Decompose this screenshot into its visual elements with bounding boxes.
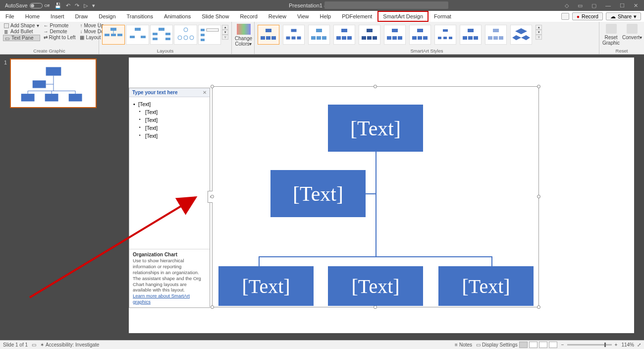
tab-record[interactable]: Record xyxy=(234,11,263,22)
text-pane-list[interactable]: [Text] [Text] [Text] [Text] [Text] xyxy=(129,97,210,143)
language-indicator[interactable]: ▭ xyxy=(32,342,36,348)
slide-thumbnails-pane[interactable]: 1 xyxy=(0,55,104,340)
ribbon-display-icon[interactable]: ▭ xyxy=(578,2,583,9)
tab-slide-show[interactable]: Slide Show xyxy=(196,11,234,22)
text-pane-item[interactable]: [Text] xyxy=(138,100,207,108)
comments-icon[interactable] xyxy=(561,13,569,20)
start-slideshow-icon[interactable]: ▷ xyxy=(84,2,88,9)
layout-option-4[interactable] xyxy=(174,25,197,45)
cmd-convert[interactable]: Convert▾ xyxy=(622,23,642,40)
style-option-6[interactable] xyxy=(384,25,406,45)
svg-rect-6 xyxy=(135,28,141,31)
redo-icon[interactable]: ↷ xyxy=(75,2,79,9)
record-button[interactable]: ●Record xyxy=(572,12,603,20)
view-normal-icon[interactable] xyxy=(519,342,528,348)
tab-animations[interactable]: Animations xyxy=(159,11,196,22)
style-option-2[interactable] xyxy=(283,25,305,45)
style-option-11[interactable] xyxy=(510,25,532,45)
style-option-1[interactable] xyxy=(258,25,279,45)
style-option-5[interactable] xyxy=(359,25,380,45)
cmd-reset-graphic[interactable]: Reset Graphic xyxy=(602,23,620,46)
chart-node-child[interactable]: [Text] xyxy=(328,266,423,306)
fit-to-window-icon[interactable]: ⤢ xyxy=(637,342,641,348)
account-icon[interactable]: ◇ xyxy=(565,2,569,9)
layout-option-2[interactable] xyxy=(126,25,149,45)
style-option-4[interactable] xyxy=(333,25,355,45)
chart-node-root[interactable]: [Text] xyxy=(328,105,423,152)
text-pane-item[interactable]: [Text] xyxy=(138,116,207,124)
chart-node-assistant[interactable]: [Text] xyxy=(270,170,366,217)
tab-insert[interactable]: Insert xyxy=(45,11,70,22)
text-pane-item[interactable]: [Text] xyxy=(138,108,207,116)
slide-canvas[interactable]: Type your text here ✕ [Text] [Text] [Tex… xyxy=(129,58,634,333)
accessibility-status[interactable]: ✶ Accessibility: Investigate xyxy=(40,342,99,348)
qat-more-icon[interactable]: ▾ xyxy=(92,2,95,9)
view-slideshow-icon[interactable] xyxy=(549,342,557,348)
close-icon[interactable]: ✕ xyxy=(634,2,638,9)
share-button[interactable]: ☁Share▾ xyxy=(606,12,641,20)
window-snap-icon[interactable]: ▢ xyxy=(591,2,596,9)
autosave-switch-icon[interactable] xyxy=(30,3,43,8)
tab-pdfelement[interactable]: PDFelement xyxy=(336,11,377,22)
slide-thumbnail-1[interactable]: 1 xyxy=(10,58,97,108)
zoom-out-icon[interactable]: − xyxy=(561,342,564,348)
styles-scroll[interactable]: ▴▾▿ xyxy=(536,25,542,40)
svg-rect-49 xyxy=(423,36,428,40)
smartart-text-pane[interactable]: Type your text here ✕ [Text] [Text] [Tex… xyxy=(129,88,210,308)
smartart-frame[interactable]: › [Text] [Text] xyxy=(212,86,539,307)
tab-view[interactable]: View xyxy=(292,11,315,22)
tab-review[interactable]: Review xyxy=(263,11,292,22)
cmd-promote[interactable]: ←Promote xyxy=(43,23,77,28)
style-option-10[interactable] xyxy=(485,25,507,45)
text-pane-close-icon[interactable]: ✕ xyxy=(203,90,207,95)
tab-smartart-design[interactable]: SmartArt Design xyxy=(377,11,429,22)
tab-draw[interactable]: Draw xyxy=(70,11,94,22)
tab-transitions[interactable]: Transitions xyxy=(121,11,159,22)
svg-rect-69 xyxy=(69,94,82,101)
cmd-demote[interactable]: →Demote xyxy=(43,29,77,34)
layout-option-5[interactable] xyxy=(198,25,221,45)
svg-rect-51 xyxy=(437,36,442,40)
cmd-add-bullet[interactable]: ≣Add Bullet xyxy=(3,29,40,34)
zoom-level[interactable]: 114% xyxy=(621,342,634,348)
style-option-8[interactable] xyxy=(434,25,456,45)
display-settings-button[interactable]: ▭ Display Settings xyxy=(476,342,518,348)
layout-option-3[interactable] xyxy=(150,25,173,45)
cmd-right-to-left[interactable]: ⇄Right to Left xyxy=(43,35,77,40)
cmd-text-pane[interactable]: ▭Text Pane xyxy=(3,35,40,41)
minimize-icon[interactable]: — xyxy=(605,2,611,9)
notes-button[interactable]: ≡ Notes xyxy=(455,342,472,348)
chart-node-child[interactable]: [Text] xyxy=(218,266,314,306)
tab-file[interactable]: File xyxy=(0,11,20,22)
tab-help[interactable]: Help xyxy=(315,11,337,22)
tab-design[interactable]: Design xyxy=(93,11,121,22)
text-pane-item[interactable]: [Text] xyxy=(138,124,207,132)
view-reading-icon[interactable] xyxy=(539,342,547,348)
text-pane-item[interactable]: [Text] xyxy=(138,132,207,140)
svg-rect-8 xyxy=(141,36,146,38)
style-option-3[interactable] xyxy=(308,25,330,45)
zoom-slider[interactable] xyxy=(567,344,612,346)
search-box[interactable] xyxy=(324,1,448,9)
save-icon[interactable]: 💾 xyxy=(54,2,61,9)
style-option-9[interactable] xyxy=(460,25,482,45)
svg-rect-31 xyxy=(311,36,316,40)
cmd-add-shape[interactable]: Add Shape▾ xyxy=(3,23,40,28)
chart-node-child[interactable]: [Text] xyxy=(438,266,534,306)
maximize-icon[interactable]: ☐ xyxy=(620,2,625,9)
tab-home[interactable]: Home xyxy=(20,11,45,22)
autosave-toggle[interactable]: AutoSave Off xyxy=(5,2,50,8)
undo-icon[interactable]: ↶ xyxy=(66,2,70,9)
learn-more-link[interactable]: Learn more about SmartArt graphics xyxy=(133,293,190,304)
style-option-7[interactable] xyxy=(409,25,431,45)
tab-format[interactable]: Format xyxy=(429,11,457,22)
slide-editor[interactable]: Type your text here ✕ [Text] [Text] [Tex… xyxy=(104,55,644,340)
cmd-change-colors[interactable]: Change Colors▾ xyxy=(235,23,252,47)
view-sorter-icon[interactable] xyxy=(529,342,537,348)
svg-rect-0 xyxy=(110,28,116,31)
layout-option-1[interactable] xyxy=(102,25,125,45)
layouts-scroll[interactable]: ▴▾▿ xyxy=(222,25,228,40)
title-bar: AutoSave Off 💾 ↶ ↷ ▷ ▾ Presentation1 - P… xyxy=(0,0,644,11)
svg-rect-1 xyxy=(105,34,109,36)
zoom-in-icon[interactable]: + xyxy=(615,342,618,348)
